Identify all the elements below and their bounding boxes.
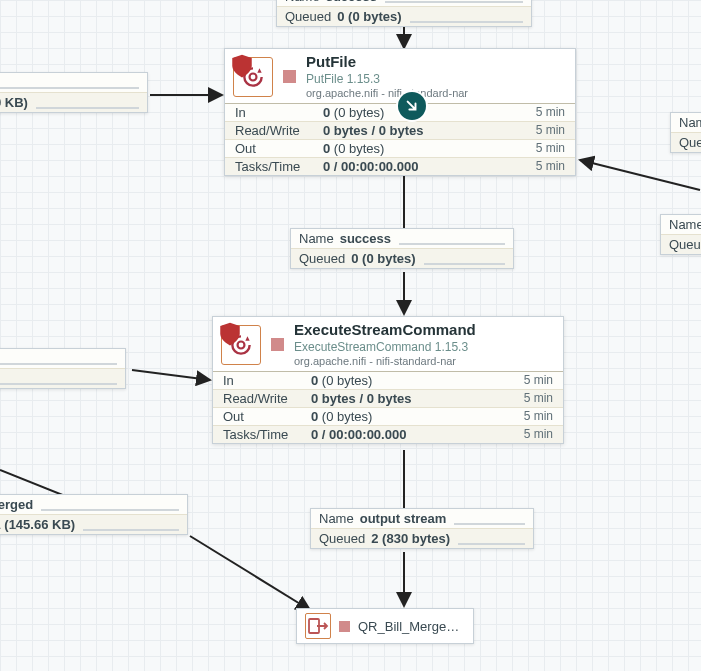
connection-merged[interactable]: e merged ed 1 (145.66 KB) xyxy=(0,494,188,535)
arrow-down-right-icon xyxy=(405,99,419,113)
right-partial-top: Nam Que xyxy=(670,112,701,153)
svg-line-4 xyxy=(132,370,210,380)
svg-line-8 xyxy=(190,536,310,610)
connection-name: output stream xyxy=(360,511,447,526)
shield-icon xyxy=(229,53,255,79)
label: Queued xyxy=(285,9,331,24)
processor-executestreamcommand[interactable]: ExecuteStreamCommand ExecuteStreamComman… xyxy=(212,316,564,444)
svg-line-9 xyxy=(580,160,700,190)
output-port-qr-bill-merge[interactable]: QR_Bill_Merge… xyxy=(296,608,474,644)
label: Queued xyxy=(319,531,365,546)
label: Queued xyxy=(299,251,345,266)
processor-bundle: org.apache.nifi - nifi-standard-nar xyxy=(306,87,468,101)
shield-icon xyxy=(217,321,243,347)
processor-icon xyxy=(221,325,261,365)
processor-stats: In 0 (0 bytes) 5 min Read/Write 0 bytes … xyxy=(213,371,563,443)
connection-drop-target[interactable] xyxy=(398,92,426,120)
top-partial-connection: Name success Queued 0 (0 bytes) xyxy=(276,0,532,27)
export-icon xyxy=(306,614,330,638)
connection-failure[interactable]: failure d 3 (193.39 KB) xyxy=(0,72,148,113)
connection-nonzero-status[interactable]: nzero status (0 bytes) xyxy=(0,348,126,389)
processor-header: PutFile PutFile 1.15.3 org.apache.nifi -… xyxy=(225,49,575,103)
connection-output-stream[interactable]: Name output stream Queued 2 (830 bytes) xyxy=(310,508,534,549)
processor-icon xyxy=(233,57,273,97)
stopped-icon xyxy=(283,70,296,83)
processor-bundle: org.apache.nifi - nifi-standard-nar xyxy=(294,355,476,369)
processor-type: ExecuteStreamCommand 1.15.3 xyxy=(294,340,476,355)
stopped-icon xyxy=(339,621,350,632)
label: Name xyxy=(285,0,320,4)
processor-title: PutFile xyxy=(306,53,468,72)
value: 0 (0 bytes) xyxy=(337,9,401,24)
processor-title: ExecuteStreamCommand xyxy=(294,321,476,340)
connection-success[interactable]: Name success Queued 0 (0 bytes) xyxy=(290,228,514,269)
label: Name xyxy=(299,231,334,246)
processor-header: ExecuteStreamCommand ExecuteStreamComman… xyxy=(213,317,563,371)
output-port-name: QR_Bill_Merge… xyxy=(358,619,459,634)
stopped-icon xyxy=(271,338,284,351)
value: success xyxy=(326,0,377,4)
connection-name: merged xyxy=(0,497,33,512)
processor-type: PutFile 1.15.3 xyxy=(306,72,468,87)
right-partial-mid: Name Queu xyxy=(660,214,701,255)
output-port-icon xyxy=(305,613,331,639)
label: Name xyxy=(319,511,354,526)
connection-name: success xyxy=(340,231,391,246)
